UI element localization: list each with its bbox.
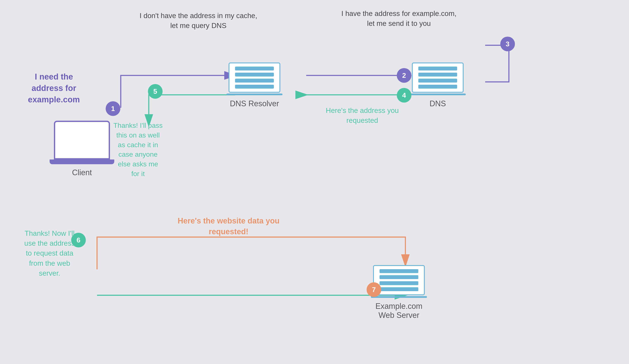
dns-resolver-label: DNS Resolver [230, 99, 279, 108]
dns-device: DNS [410, 63, 466, 108]
client-need-text: I need the address for example.com [13, 71, 95, 106]
client-label: Client [72, 168, 92, 177]
pass-cache-text: Thanks! I'll pass this on as well as cac… [99, 121, 177, 179]
here-is-address-text: Here's the address you requested [321, 106, 403, 125]
dns-diagram: Client DNS Resolver DNS Examp [0, 0, 629, 364]
step-1-circle: 1 [106, 101, 120, 116]
dns-resolver-server [229, 63, 280, 93]
webserver-label: Example.com Web Server [375, 302, 422, 320]
step-3-circle: 3 [500, 37, 515, 51]
here-is-website-text: Here's the website data you requested! [168, 216, 289, 237]
step-5-circle: 5 [148, 84, 162, 99]
step-6-circle: 6 [71, 233, 86, 247]
arrows-layer [0, 0, 629, 364]
dns-label: DNS [430, 99, 446, 108]
step-4-circle: 4 [397, 88, 411, 103]
dns-no-cache-text: I don't have the address in my cache, le… [138, 11, 259, 31]
step-2-circle: 2 [397, 68, 411, 83]
dns-server [412, 63, 464, 93]
step-7-circle: 7 [367, 282, 381, 297]
dns-has-address-text: I have the address for example.com, let … [338, 9, 459, 28]
dns-resolver-device: DNS Resolver [226, 63, 283, 108]
